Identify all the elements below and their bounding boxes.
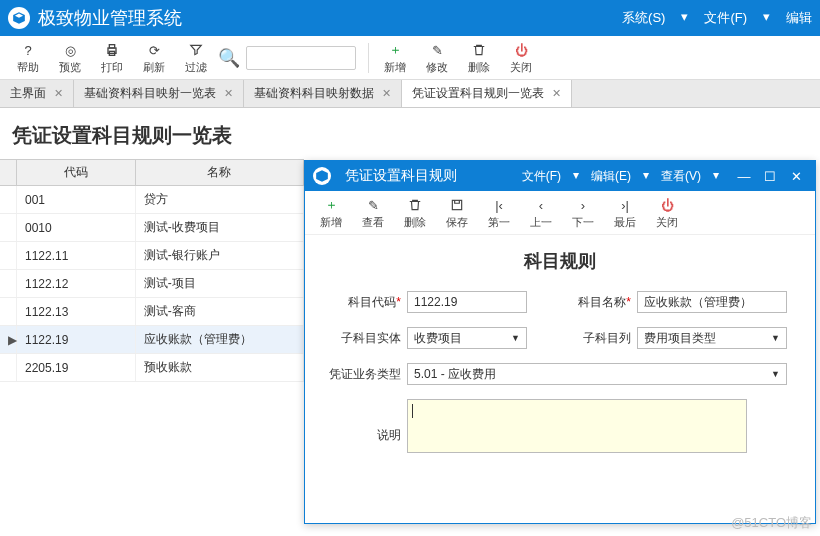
dlg-last-button[interactable]: ›|最后 [605, 193, 645, 233]
help-button[interactable]: ?帮助 [8, 38, 48, 78]
tab-bar: 主界面✕ 基础资料科目映射一览表✕ 基础资料科目映射数据✕ 凭证设置科目规则一览… [0, 80, 820, 108]
field-sub-col[interactable]: 费用项目类型▼ [637, 327, 787, 349]
dlg-prev-button[interactable]: ‹上一 [521, 193, 561, 233]
modify-button[interactable]: ✎修改 [417, 38, 457, 78]
cell-name: 测试-收费项目 [136, 214, 304, 241]
dialog-menu-file[interactable]: 文件(F) [522, 168, 561, 185]
table-row[interactable]: 1122.13测试-客商 [0, 298, 304, 326]
cell-name: 测试-项目 [136, 270, 304, 297]
app-logo-icon [8, 7, 30, 29]
chevron-down-icon: ▼ [771, 333, 780, 343]
table-row[interactable]: 1122.11测试-银行账户 [0, 242, 304, 270]
main-toolbar: ?帮助 ◎预览 打印 ⟳刷新 过滤 🔍 ＋新增 ✎修改 删除 ⏻关闭 [0, 36, 820, 80]
label-desc: 说明 [321, 427, 401, 444]
cell-name: 预收账款 [136, 354, 304, 381]
maximize-icon[interactable]: ☐ [759, 166, 781, 186]
cell-name: 应收账款（管理费） [136, 326, 304, 353]
label-sub-entity: 子科目实体 [321, 330, 401, 347]
close-icon[interactable]: ✕ [785, 166, 807, 186]
page-title: 凭证设置科目规则一览表 [0, 108, 820, 159]
print-button[interactable]: 打印 [92, 38, 132, 78]
close-icon[interactable]: ✕ [54, 87, 63, 100]
svg-rect-1 [109, 45, 114, 48]
search-icon: 🔍 [218, 47, 240, 69]
data-grid[interactable]: 代码 名称 001贷方0010测试-收费项目1122.11测试-银行账户1122… [0, 159, 304, 382]
text-cursor [412, 404, 413, 418]
app-title: 极致物业管理系统 [38, 6, 622, 30]
dialog-title: 凭证设置科目规则 [345, 167, 457, 185]
close-icon[interactable]: ✕ [552, 87, 561, 100]
dlg-delete-button[interactable]: 删除 [395, 193, 435, 233]
minimize-icon[interactable]: — [733, 166, 755, 186]
cell-code: 001 [17, 186, 136, 213]
table-row[interactable]: 0010测试-收费项目 [0, 214, 304, 242]
cell-name: 测试-银行账户 [136, 242, 304, 269]
close-button[interactable]: ⏻关闭 [501, 38, 541, 78]
app-titlebar: 极致物业管理系统 系统(S) ▾ 文件(F) ▾ 编辑 [0, 0, 820, 36]
label-biz-type: 凭证业务类型 [321, 366, 401, 383]
field-code[interactable]: 1122.19 [407, 291, 527, 313]
toolbar-separator [368, 43, 369, 73]
search-input[interactable] [246, 46, 356, 70]
col-code[interactable]: 代码 [17, 160, 136, 185]
close-icon[interactable]: ✕ [224, 87, 233, 100]
rule-dialog: 凭证设置科目规则 文件(F)▾ 编辑(E)▾ 查看(V)▾ — ☐ ✕ ＋新增 … [304, 160, 816, 524]
chevron-down-icon: ▼ [771, 369, 780, 379]
dialog-menu-view[interactable]: 查看(V) [661, 168, 701, 185]
dlg-view-button[interactable]: ✎查看 [353, 193, 393, 233]
menu-file[interactable]: 文件(F) [704, 9, 747, 27]
dlg-save-button[interactable]: 保存 [437, 193, 477, 233]
field-name[interactable]: 应收账款（管理费） [637, 291, 787, 313]
menu-system[interactable]: 系统(S) [622, 9, 665, 27]
label-code: 科目代码* [321, 294, 401, 311]
field-desc[interactable] [407, 399, 747, 453]
table-row[interactable]: 1122.12测试-项目 [0, 270, 304, 298]
chevron-down-icon: ▼ [511, 333, 520, 343]
dialog-logo-icon [313, 167, 331, 185]
menu-edit[interactable]: 编辑 [786, 9, 812, 27]
dlg-next-button[interactable]: ›下一 [563, 193, 603, 233]
dialog-heading: 科目规则 [321, 249, 799, 273]
delete-button[interactable]: 删除 [459, 38, 499, 78]
grid-header: 代码 名称 [0, 159, 304, 186]
cell-name: 测试-客商 [136, 298, 304, 325]
table-row[interactable]: 001贷方 [0, 186, 304, 214]
tab-main[interactable]: 主界面✕ [0, 80, 74, 107]
field-biz-type[interactable]: 5.01 - 应收费用▼ [407, 363, 787, 385]
cell-code: 1122.13 [17, 298, 136, 325]
dlg-first-button[interactable]: |‹第一 [479, 193, 519, 233]
content-area: 凭证设置科目规则一览表 代码 名称 001贷方0010测试-收费项目1122.1… [0, 108, 820, 536]
preview-button[interactable]: ◎预览 [50, 38, 90, 78]
watermark: @51CTO博客 [731, 514, 812, 532]
cell-code: 1122.12 [17, 270, 136, 297]
close-icon[interactable]: ✕ [382, 87, 391, 100]
label-sub-col: 子科目列 [551, 330, 631, 347]
dialog-toolbar: ＋新增 ✎查看 删除 保存 |‹第一 ‹上一 ›下一 ›|最后 ⏻关闭 [305, 191, 815, 235]
cell-code: 0010 [17, 214, 136, 241]
cell-code: 2205.19 [17, 354, 136, 381]
cell-name: 贷方 [136, 186, 304, 213]
cell-code: 1122.19 [17, 326, 136, 353]
dlg-close-button[interactable]: ⏻关闭 [647, 193, 687, 233]
field-sub-entity[interactable]: 收费项目▼ [407, 327, 527, 349]
tab-mapping-list[interactable]: 基础资料科目映射一览表✕ [74, 80, 244, 107]
filter-button[interactable]: 过滤 [176, 38, 216, 78]
svg-rect-3 [452, 200, 461, 209]
dlg-add-button[interactable]: ＋新增 [311, 193, 351, 233]
table-row[interactable]: ▶1122.19应收账款（管理费） [0, 326, 304, 354]
cell-code: 1122.11 [17, 242, 136, 269]
table-row[interactable]: 2205.19预收账款 [0, 354, 304, 382]
refresh-button[interactable]: ⟳刷新 [134, 38, 174, 78]
tab-mapping-data[interactable]: 基础资料科目映射数据✕ [244, 80, 402, 107]
dialog-titlebar[interactable]: 凭证设置科目规则 文件(F)▾ 编辑(E)▾ 查看(V)▾ — ☐ ✕ [305, 161, 815, 191]
col-name[interactable]: 名称 [136, 160, 304, 185]
dialog-menu-edit[interactable]: 编辑(E) [591, 168, 631, 185]
tab-voucher-rules[interactable]: 凭证设置科目规则一览表✕ [402, 80, 572, 107]
add-button[interactable]: ＋新增 [375, 38, 415, 78]
label-name: 科目名称* [551, 294, 631, 311]
main-menu: 系统(S) ▾ 文件(F) ▾ 编辑 [622, 9, 812, 27]
